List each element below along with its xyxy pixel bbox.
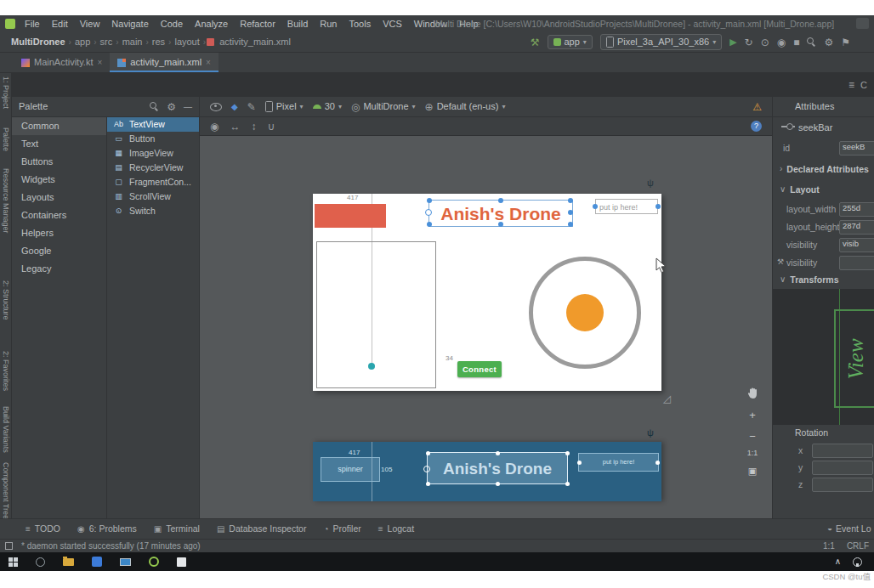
tool-button-logcat[interactable]: ≡ Logcat: [378, 524, 414, 534]
tab-activity-main-xml[interactable]: activity_main.xml ×: [110, 53, 218, 72]
device-selector[interactable]: Pixel ▾: [265, 101, 304, 112]
make-project-icon[interactable]: ⚒: [531, 37, 540, 48]
zoom-in-icon[interactable]: +: [741, 410, 763, 421]
palette-item-button[interactable]: ▭ Button: [107, 132, 199, 146]
selection-handle[interactable]: [426, 451, 430, 455]
palette-item-imageview[interactable]: ▦ ImageView: [107, 146, 199, 161]
pencil-icon[interactable]: ✎: [247, 102, 256, 112]
horizontal-constraint-icon[interactable]: ↔: [230, 122, 240, 132]
category-common[interactable]: Common: [12, 117, 106, 135]
blueprint-surface[interactable]: 417 105 spinner Anish's Drone put ip her…: [313, 442, 661, 501]
menu-code[interactable]: Code: [155, 20, 189, 29]
menu-navigate[interactable]: Navigate: [105, 20, 154, 29]
tool-button-build-variants[interactable]: Build Variants: [2, 406, 9, 453]
help-icon[interactable]: ?: [751, 121, 762, 132]
design-surface[interactable]: 417 105 Anish's Drone put ip here!: [313, 194, 661, 391]
selection-handle[interactable]: [568, 198, 573, 203]
close-icon[interactable]: ×: [97, 59, 102, 67]
line-separator[interactable]: CRLF: [847, 542, 869, 551]
selection-handle[interactable]: [427, 222, 432, 227]
rotation-z-field[interactable]: [812, 478, 873, 492]
breadcrumb-layout[interactable]: layout: [172, 37, 201, 47]
layout-width-field[interactable]: 255d: [839, 202, 874, 217]
category-legacy[interactable]: Legacy: [12, 260, 106, 278]
zoom-fit-icon[interactable]: ▣: [741, 466, 763, 476]
taskbar-window-icon[interactable]: [177, 557, 186, 567]
rotation-x-field[interactable]: [812, 444, 873, 458]
breadcrumb-res[interactable]: res: [150, 37, 167, 47]
titlebar-extra-icon[interactable]: [856, 18, 869, 29]
menu-refactor[interactable]: Refactor: [234, 20, 281, 29]
file-explorer-icon[interactable]: [63, 558, 74, 566]
editor-view-menu-icon[interactable]: ≡: [848, 80, 854, 90]
tool-button-profiler[interactable]: ◔ Profiler: [323, 524, 360, 534]
layout-height-field[interactable]: 287d: [839, 220, 874, 235]
menu-run[interactable]: Run: [314, 20, 343, 29]
emulator-icon[interactable]: [120, 558, 131, 566]
close-icon[interactable]: ×: [206, 59, 211, 67]
category-layouts[interactable]: Layouts: [12, 189, 106, 206]
tool-button-todo[interactable]: ≡ TODO: [26, 524, 60, 534]
palette-item-switch[interactable]: ⊙ Switch: [107, 204, 199, 218]
title-textview-selected[interactable]: Anish's Drone: [428, 200, 573, 227]
selection-handle[interactable]: [565, 482, 570, 486]
selection-handle[interactable]: [426, 482, 430, 486]
tool-button-problems[interactable]: ◉ 6: Problems: [77, 524, 137, 534]
zoom-ratio-button[interactable]: 1:1: [741, 449, 763, 457]
menu-edit[interactable]: Edit: [46, 20, 74, 29]
locale-selector[interactable]: ⊕ Default (en-us) ▾: [425, 102, 506, 112]
device-dropdown[interactable]: Pixel_3a_API_30_x86 ▾: [600, 34, 722, 50]
tools-visibility-field[interactable]: [839, 256, 874, 270]
category-buttons[interactable]: Buttons: [12, 153, 106, 171]
menu-file[interactable]: File: [19, 20, 46, 29]
layout-section[interactable]: ∨ Layout: [780, 185, 820, 195]
magnet-icon[interactable]: ∪: [267, 122, 275, 132]
gear-icon[interactable]: ⚙: [167, 102, 176, 112]
tool-button-database-inspector[interactable]: ▤ Database Inspector: [217, 524, 307, 534]
menu-analyze[interactable]: Analyze: [189, 20, 234, 29]
stop-icon[interactable]: ■: [793, 37, 799, 48]
search-icon[interactable]: [807, 37, 816, 47]
color-swatch-icon[interactable]: ◆: [231, 103, 238, 111]
selection-handle[interactable]: [568, 222, 573, 227]
android-studio-taskbar-icon[interactable]: [149, 557, 159, 567]
category-google[interactable]: Google: [12, 242, 106, 260]
pointer-mode-icon[interactable]: ◉: [210, 122, 218, 132]
taskbar-search-icon[interactable]: [36, 557, 45, 567]
category-containers[interactable]: Containers: [12, 206, 106, 224]
category-widgets[interactable]: Widgets: [12, 171, 106, 189]
vertical-constraint-icon[interactable]: ↕: [251, 122, 256, 132]
visibility-field[interactable]: visib: [839, 238, 874, 252]
tool-button-event-log[interactable]: ◒ Event Lo: [827, 524, 874, 534]
selection-handle[interactable]: [568, 210, 573, 215]
hide-panel-icon[interactable]: —: [184, 103, 192, 111]
category-text[interactable]: Text: [12, 135, 106, 153]
pan-hand-icon[interactable]: [741, 387, 763, 403]
warning-icon[interactable]: ⚠: [752, 102, 762, 112]
transforms-section[interactable]: ∨ Transforms: [780, 275, 839, 285]
code-view-toggle[interactable]: C: [860, 81, 867, 90]
constraint-anchor-handle[interactable]: [425, 209, 432, 216]
component-row[interactable]: seekBar: [773, 121, 874, 134]
selection-handle[interactable]: [498, 198, 503, 203]
container-view[interactable]: [316, 241, 436, 388]
window-icon[interactable]: [5, 542, 13, 550]
breadcrumb-main[interactable]: main: [120, 37, 145, 47]
breadcrumb-app[interactable]: app: [72, 37, 93, 47]
menu-build[interactable]: Build: [281, 20, 314, 29]
taskbar-app-icon[interactable]: [92, 557, 102, 567]
breadcrumb-src[interactable]: src: [98, 37, 116, 47]
palette-item-fragmentcontainer[interactable]: ▢ FragmentCon...: [107, 175, 199, 189]
tab-mainactivity[interactable]: MainActivity.kt ×: [14, 53, 110, 72]
blueprint-edittext[interactable]: put ip here!: [578, 453, 659, 472]
menu-tools[interactable]: Tools: [343, 20, 377, 29]
zoom-out-icon[interactable]: −: [741, 431, 763, 442]
tool-button-resource-manager[interactable]: Resource Manager: [2, 168, 9, 234]
selection-handle[interactable]: [577, 461, 582, 465]
apply-changes-icon[interactable]: ↻: [745, 37, 753, 48]
tool-button-palette[interactable]: Palette: [2, 127, 9, 151]
palette-item-recyclerview[interactable]: ▤ RecyclerView: [107, 161, 199, 175]
resize-corner-icon[interactable]: ◿: [663, 393, 671, 404]
tool-button-project[interactable]: 1: Project: [2, 76, 9, 109]
run-config-dropdown[interactable]: app ▾: [548, 35, 593, 49]
